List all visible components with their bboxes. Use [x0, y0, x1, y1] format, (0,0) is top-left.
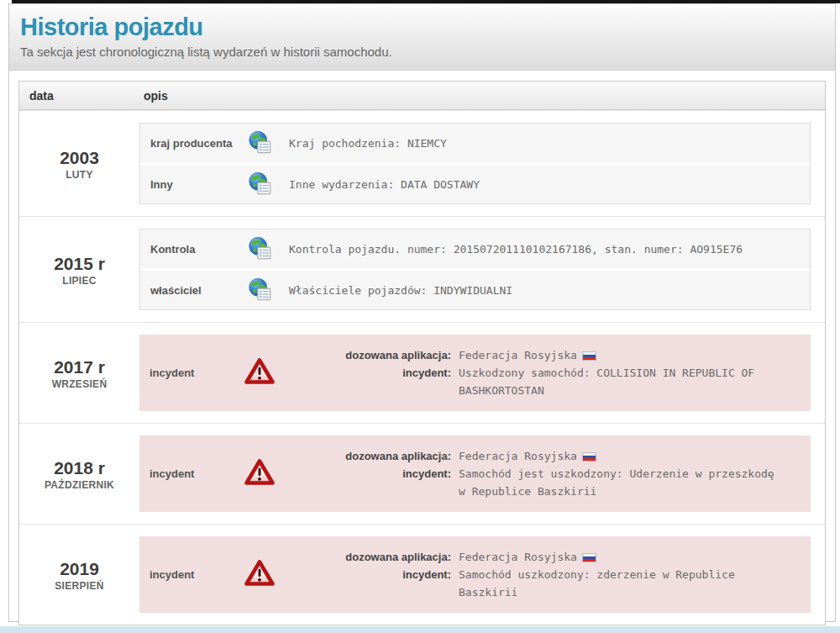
event-year: 2015 r: [19, 253, 139, 274]
incident-field: dozowana aplikacja: Federacja Rosyjska: [294, 346, 802, 364]
field-value: Federacja Rosyjska: [459, 548, 596, 566]
incident-box: incydent dozowana aplikacja: Federacja R…: [139, 435, 811, 512]
field-label: dozowana aplikacja:: [294, 346, 459, 364]
russia-flag-icon: [582, 351, 596, 361]
event-item: Inny Inne wydarzenia: DATA DOSTAWY: [140, 165, 810, 203]
incident-field: incydent: Samochód jest uszkodzony: Uder…: [294, 465, 802, 500]
incident-field: incydent: Samochód uszkodzony: zderzenie…: [294, 566, 802, 601]
event-month: PAŹDZIERNIK: [19, 479, 139, 491]
column-header-description: opis: [139, 89, 168, 103]
description-cell: incydent dozowana aplikacja: Federacja R…: [139, 536, 825, 613]
russia-flag-icon: [582, 553, 596, 562]
page-frame: Historia pojazdu Ta sekcja jest chronolo…: [8, 3, 836, 622]
history-table: data opis 2003 LUTY kraj producenta: [18, 81, 826, 625]
event-year: 2003: [19, 147, 139, 168]
page-title: Historia pojazdu: [20, 13, 823, 41]
event-item: kraj producenta Kraj pochodzenia: NIEMCY: [140, 124, 810, 162]
incident-field: incydent: Uszkodzony samochód: COLLISION…: [294, 364, 802, 399]
date-cell: 2003 LUTY: [19, 147, 139, 181]
event-month: SIERPIEŃ: [19, 580, 139, 592]
field-label: incydent:: [294, 465, 459, 500]
incident-box: incydent dozowana aplikacja: Federacja R…: [139, 536, 811, 613]
russia-flag-icon: [582, 452, 596, 462]
column-header-date: data: [19, 89, 139, 103]
event-group: kraj producenta Kraj pochodzenia: NIEMCY…: [139, 123, 811, 204]
event-category-label: Kontrola: [150, 241, 243, 258]
date-cell: 2019 SIERPIEŃ: [19, 558, 139, 592]
page-header: Historia pojazdu Ta sekcja jest chronolo…: [9, 4, 835, 71]
event-year: 2018 r: [19, 457, 139, 478]
event-category-label: właściciel: [150, 282, 243, 299]
event-category-label: kraj producenta: [150, 135, 243, 152]
table-row: 2019 SIERPIEŃ incydent dozowana aplikacj…: [19, 524, 825, 625]
event-month: LIPIEC: [19, 275, 139, 287]
table-header: data opis: [19, 82, 825, 110]
warning-icon: [242, 357, 294, 389]
warning-icon: [242, 458, 294, 490]
description-cell: incydent dozowana aplikacja: Federacja R…: [139, 335, 825, 411]
event-category-label: Inny: [150, 177, 243, 193]
field-label: dozowana aplikacja:: [294, 447, 459, 465]
warning-icon: [242, 559, 294, 591]
description-cell: kraj producenta Kraj pochodzenia: NIEMCY…: [139, 123, 825, 204]
field-value: Samochód uszkodzony: zderzenie w Republi…: [459, 566, 785, 601]
event-item: Kontrola Kontrola pojazdu. numer: 201507…: [140, 229, 810, 268]
date-cell: 2018 r PAŹDZIERNIK: [19, 457, 139, 491]
description-cell: Kontrola Kontrola pojazdu. numer: 201507…: [139, 229, 825, 310]
date-cell: 2015 r LIPIEC: [19, 253, 139, 287]
field-label: dozowana aplikacja:: [294, 548, 459, 566]
event-description: Kontrola pojazdu. numer: 201507201110102…: [289, 243, 810, 256]
incident-fields: dozowana aplikacja: Federacja Rosyjska i…: [294, 447, 802, 500]
content-area: data opis 2003 LUTY kraj producenta: [9, 71, 835, 633]
table-row: 2017 r WRZESIEŃ incydent dozowana aplika…: [19, 322, 825, 423]
field-label: incydent:: [294, 364, 459, 399]
event-month: WRZESIEŃ: [19, 378, 139, 390]
field-value: Federacja Rosyjska: [459, 447, 596, 465]
event-category-label: incydent: [150, 568, 242, 581]
field-label: incydent:: [294, 566, 459, 601]
bottom-strip: [0, 626, 840, 633]
incident-box: incydent dozowana aplikacja: Federacja R…: [139, 335, 811, 411]
date-cell: 2017 r WRZESIEŃ: [19, 356, 139, 390]
field-value: Uszkodzony samochód: COLLISION IN REPUBL…: [459, 364, 785, 399]
incident-field: dozowana aplikacja: Federacja Rosyjska: [294, 548, 802, 566]
incident-field: dozowana aplikacja: Federacja Rosyjska: [294, 447, 802, 465]
table-row: 2018 r PAŹDZIERNIK incydent dozowana apl…: [19, 423, 825, 524]
event-month: LUTY: [19, 169, 139, 181]
globe-document-icon: [243, 236, 289, 261]
page-subtitle: Ta sekcja jest chronologiczną listą wyda…: [20, 45, 823, 59]
event-group: Kontrola Kontrola pojazdu. numer: 201507…: [139, 229, 811, 310]
globe-document-icon: [243, 130, 289, 156]
event-item: właściciel Właściciele pojazdów: INDYWID…: [140, 271, 810, 309]
event-year: 2017 r: [19, 356, 139, 377]
event-description: Inne wydarzenia: DATA DOSTAWY: [289, 178, 810, 191]
incident-fields: dozowana aplikacja: Federacja Rosyjska i…: [294, 548, 802, 601]
event-category-label: incydent: [150, 467, 242, 480]
table-row: 2003 LUTY kraj producenta Kraj pochodzen…: [19, 110, 825, 216]
event-year: 2019: [19, 558, 139, 579]
incident-fields: dozowana aplikacja: Federacja Rosyjska i…: [294, 346, 802, 399]
event-category-label: incydent: [150, 367, 242, 379]
event-description: Właściciele pojazdów: INDYWIDUALNI: [289, 284, 810, 297]
field-value: Federacja Rosyjska: [459, 346, 596, 364]
event-description: Kraj pochodzenia: NIEMCY: [289, 137, 810, 150]
globe-document-icon: [243, 277, 289, 303]
globe-document-icon: [243, 171, 289, 197]
description-cell: incydent dozowana aplikacja: Federacja R…: [139, 435, 825, 512]
table-row: 2015 r LIPIEC Kontrola Kontrola pojazdu.…: [19, 216, 825, 322]
field-value: Samochód jest uszkodzony: Uderzenie w pr…: [459, 465, 785, 500]
